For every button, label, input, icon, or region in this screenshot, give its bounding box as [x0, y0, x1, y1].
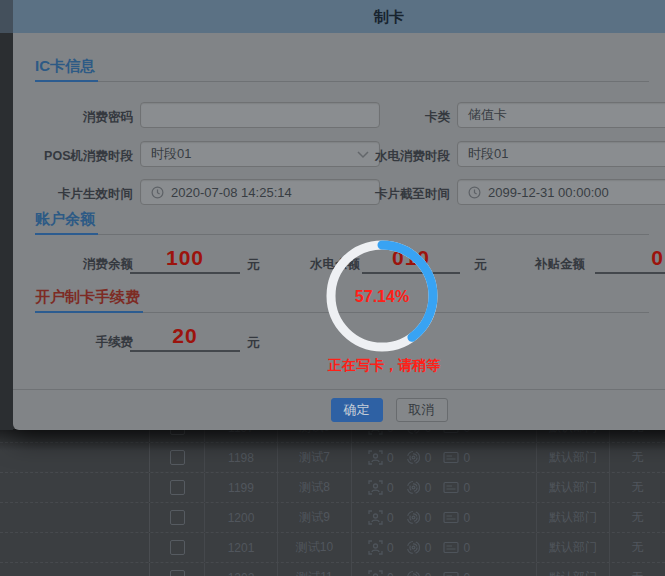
row-checkbox[interactable]	[170, 480, 185, 495]
fingerprint-icon	[406, 480, 421, 495]
confirm-button[interactable]: 确定	[331, 398, 383, 422]
utility-period-label: 水电消费时段	[340, 148, 450, 165]
subsidy-underline	[595, 252, 665, 274]
card-count: 0	[463, 451, 470, 465]
id-card-icon	[443, 511, 459, 524]
name-cell: 测试10	[278, 533, 352, 562]
row-checkbox[interactable]	[170, 510, 185, 525]
pos-period-label: POS机消费时段	[23, 148, 133, 165]
section-balance-title: 账户余额	[35, 210, 98, 235]
fingerprint-count: 0	[425, 541, 432, 555]
face-count: 0	[387, 541, 394, 555]
clock-icon	[151, 186, 164, 199]
dialog-title: 制卡	[13, 0, 665, 33]
fingerprint-icon	[406, 510, 421, 525]
section-fee-title: 开户制卡手续费	[35, 288, 143, 313]
make-card-dialog: 制卡 IC卡信息 消费密码 卡类 储值卡 POS机消费时段 时段01 水电消费时…	[13, 0, 665, 430]
fingerprint-icon	[406, 450, 421, 465]
section-ic-info-title: IC卡信息	[35, 57, 98, 82]
department-cell: 默认部门	[537, 473, 610, 502]
card-number-cell: 1199	[205, 473, 278, 502]
name-cell: 测试7	[278, 443, 352, 472]
dialog-footer: 确定 取消	[13, 389, 665, 430]
row-checkbox[interactable]	[170, 570, 185, 576]
face-scan-icon	[368, 480, 383, 495]
id-card-icon	[443, 541, 459, 554]
background-table: 1197 测试6 0 0 0 默认部门 无 1198 测试7 0 0 0 默认部…	[0, 413, 665, 576]
card-type-input[interactable]: 储值卡	[457, 102, 665, 128]
expire-time-label: 卡片截至时间	[340, 186, 450, 203]
department-cell: 默认部门	[537, 533, 610, 562]
card-type-label: 卡类	[340, 109, 450, 126]
face-count: 0	[387, 511, 394, 525]
section-ic-info: IC卡信息	[35, 57, 649, 82]
card-count: 0	[463, 541, 470, 555]
extra-cell: 无	[610, 533, 665, 562]
clock-icon	[468, 186, 481, 199]
consume-balance-underline	[130, 252, 240, 274]
fingerprint-icon	[406, 570, 421, 576]
face-count: 0	[387, 451, 394, 465]
name-cell: 测试8	[278, 473, 352, 502]
table-row: 1202 测试11 0 0 0 默认部门 无	[0, 563, 665, 576]
dialog-backdrop	[0, 0, 13, 33]
fingerprint-count: 0	[425, 511, 432, 525]
extra-cell: 无	[610, 563, 665, 576]
face-scan-icon	[368, 450, 383, 465]
utility-balance-label: 水电余额	[250, 256, 360, 273]
card-number-cell: 1200	[205, 503, 278, 532]
table-row: 1198 测试7 0 0 0 默认部门 无	[0, 443, 665, 473]
id-card-icon	[443, 481, 459, 494]
consume-balance-label: 消费余额	[23, 256, 133, 273]
card-count: 0	[463, 481, 470, 495]
expire-time-input[interactable]: 2099-12-31 00:00:00	[457, 179, 665, 205]
face-count: 0	[387, 481, 394, 495]
extra-cell: 无	[610, 443, 665, 472]
id-card-icon	[443, 571, 459, 576]
service-fee-underline	[130, 330, 240, 352]
department-cell: 默认部门	[537, 443, 610, 472]
screen: 1197 测试6 0 0 0 默认部门 无 1198 测试7 0 0 0 默认部…	[0, 0, 665, 576]
card-count: 0	[463, 571, 470, 576]
service-fee-label: 手续费	[23, 334, 133, 351]
name-cell: 测试9	[278, 503, 352, 532]
section-fee: 开户制卡手续费	[35, 288, 649, 313]
utility-balance-underline	[362, 252, 460, 274]
fingerprint-count: 0	[425, 481, 432, 495]
face-count: 0	[387, 571, 394, 576]
face-scan-icon	[368, 540, 383, 555]
face-scan-icon	[368, 570, 383, 576]
department-cell: 默认部门	[537, 503, 610, 532]
card-count: 0	[463, 511, 470, 525]
fingerprint-count: 0	[425, 451, 432, 465]
subsidy-label: 补贴金额	[475, 256, 585, 273]
extra-cell: 无	[610, 503, 665, 532]
dialog-backdrop	[0, 0, 13, 430]
row-checkbox[interactable]	[170, 540, 185, 555]
name-cell: 测试11	[278, 563, 352, 576]
cancel-button[interactable]: 取消	[396, 398, 448, 422]
fingerprint-icon	[406, 540, 421, 555]
service-fee-unit: 元	[247, 334, 260, 352]
id-card-icon	[443, 451, 459, 464]
utility-period-select[interactable]: 时段01	[457, 141, 665, 167]
table-row: 1199 测试8 0 0 0 默认部门 无	[0, 473, 665, 503]
consume-password-label: 消费密码	[23, 109, 133, 126]
card-number-cell: 1202	[205, 563, 278, 576]
card-number-cell: 1198	[205, 443, 278, 472]
section-balance: 账户余额	[35, 210, 649, 235]
table-row: 1200 测试9 0 0 0 默认部门 无	[0, 503, 665, 533]
face-scan-icon	[368, 510, 383, 525]
effective-time-label: 卡片生效时间	[23, 186, 133, 203]
row-checkbox[interactable]	[170, 450, 185, 465]
department-cell: 默认部门	[537, 563, 610, 576]
fingerprint-count: 0	[425, 571, 432, 576]
card-number-cell: 1201	[205, 533, 278, 562]
extra-cell: 无	[610, 473, 665, 502]
table-row: 1201 测试10 0 0 0 默认部门 无	[0, 533, 665, 563]
